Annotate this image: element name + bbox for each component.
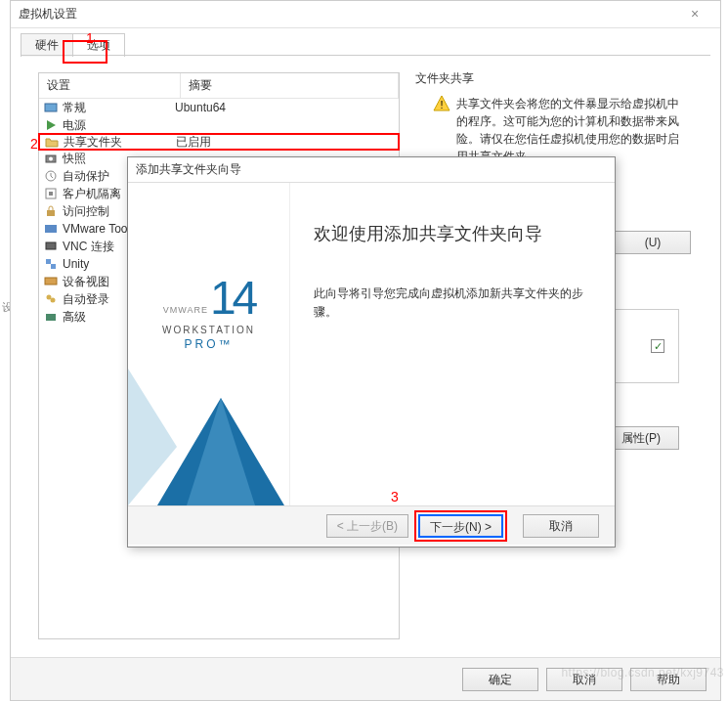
svg-point-3 <box>49 157 53 161</box>
annotation-2: 2 <box>30 136 38 152</box>
svg-text:!: ! <box>440 99 443 110</box>
general-icon <box>43 101 59 114</box>
snapshot-icon <box>43 152 59 165</box>
wizard-body: VMWARE 14 WORKSTATION PRO™ 欢迎使用添加共享文件夹向导… <box>128 183 615 505</box>
list-row-general[interactable]: 常规 Ubuntu64 <box>39 99 399 116</box>
col-settings[interactable]: 设置 <box>39 73 181 98</box>
row-label: 快照 <box>63 151 86 167</box>
row-label: 共享文件夹 <box>64 134 122 151</box>
u-button[interactable]: (U) <box>615 231 691 254</box>
svg-rect-8 <box>45 225 57 233</box>
row-label: 访问控制 <box>63 203 109 220</box>
row-label: 常规 <box>63 100 86 116</box>
list-row-power[interactable]: 电源 <box>39 116 399 134</box>
ok-button[interactable]: 确定 <box>462 668 538 691</box>
watermark: https://blog.csdn.net/kxj9743 <box>561 666 724 679</box>
warning-icon: ! <box>433 95 450 112</box>
list-row-shared-folders[interactable]: 共享文件夹 已启用 <box>38 133 400 151</box>
tabs: 硬件 选项 <box>21 32 710 56</box>
row-summary: Ubuntu64 <box>175 101 395 114</box>
wizard-sidebar: VMWARE 14 WORKSTATION PRO™ <box>128 183 290 505</box>
logo-workstation: WORKSTATION <box>128 325 289 335</box>
row-label: VMware Too <box>63 222 127 236</box>
svg-rect-12 <box>45 278 57 285</box>
titlebar: 虚拟机设置 × <box>11 1 720 28</box>
svg-rect-9 <box>46 242 56 249</box>
svg-point-13 <box>47 295 52 300</box>
svg-rect-10 <box>46 259 51 264</box>
row-summary: 已启用 <box>176 134 394 151</box>
panel-title: 文件夹共享 <box>411 68 697 89</box>
svg-point-14 <box>51 298 56 303</box>
vnc-icon <box>43 240 59 253</box>
row-label: 客户机隔离 <box>63 186 121 202</box>
wizard-content: 欢迎使用添加共享文件夹向导 此向导将引导您完成向虚拟机添加新共享文件夹的步骤。 <box>290 183 615 505</box>
logo-number: 14 <box>210 271 254 325</box>
folder-icon <box>44 135 60 149</box>
svg-marker-1 <box>47 120 56 130</box>
window-title: 虚拟机设置 <box>19 6 677 22</box>
lock-icon <box>43 204 59 218</box>
next-button[interactable]: 下一步(N) > <box>418 514 503 538</box>
wizard-heading: 欢迎使用添加共享文件夹向导 <box>314 222 591 245</box>
logo-pro: PRO™ <box>128 337 289 351</box>
decorative-shapes <box>128 369 290 505</box>
add-shared-folder-wizard: 添加共享文件夹向导 VMWARE 14 WORKSTATION PRO™ 欢迎使… <box>127 156 616 548</box>
wizard-text: 此向导将引导您完成向虚拟机添加新共享文件夹的步骤。 <box>314 285 591 322</box>
logo-brand: VMWARE <box>163 305 208 315</box>
svg-rect-0 <box>45 104 57 111</box>
panel-body: ! 共享文件夹会将您的文件暴显示给虚拟机中的程序。这可能为您的计算机和数据带来风… <box>411 89 697 165</box>
svg-rect-7 <box>47 210 55 216</box>
row-label: 电源 <box>63 117 86 134</box>
unity-icon <box>43 257 59 271</box>
warning-text: 共享文件夹会将您的文件暴显示给虚拟机中的程序。这可能为您的计算机和数据带来风险。… <box>456 95 687 165</box>
svg-rect-11 <box>51 264 56 269</box>
back-button[interactable]: < 上一步(B) <box>326 514 408 538</box>
wizard-cancel-button[interactable]: 取消 <box>523 514 599 538</box>
vmware-icon <box>43 222 59 236</box>
row-label: 自动登录 <box>63 291 109 308</box>
row-label: 设备视图 <box>63 274 109 290</box>
col-summary[interactable]: 摘要 <box>181 73 399 98</box>
display-icon <box>43 275 59 288</box>
close-icon[interactable]: × <box>677 4 712 25</box>
vmware-logo: VMWARE 14 WORKSTATION PRO™ <box>128 271 289 351</box>
annotation-3: 3 <box>391 489 399 504</box>
advanced-icon <box>43 310 59 324</box>
wizard-title: 添加共享文件夹向导 <box>128 157 615 183</box>
svg-rect-15 <box>46 314 56 321</box>
checkbox[interactable]: ✓ <box>651 339 664 353</box>
isolation-icon <box>43 187 59 200</box>
clock-icon <box>43 169 59 183</box>
row-label: 高级 <box>63 309 86 326</box>
svg-rect-6 <box>49 192 53 196</box>
power-icon <box>43 118 59 132</box>
row-label: 自动保护 <box>63 168 109 185</box>
wizard-footer: < 上一步(B) 下一步(N) > 取消 <box>128 505 615 545</box>
u-button-area: (U) <box>615 231 691 254</box>
row-label: VNC 连接 <box>63 239 114 255</box>
annotation-tab-box <box>63 40 107 64</box>
row-label: Unity <box>63 257 89 271</box>
login-icon <box>43 292 59 306</box>
folder-sharing-panel: 文件夹共享 ! 共享文件夹会将您的文件暴显示给虚拟机中的程序。这可能为您的计算机… <box>411 68 697 165</box>
list-header: 设置 摘要 <box>39 73 399 99</box>
